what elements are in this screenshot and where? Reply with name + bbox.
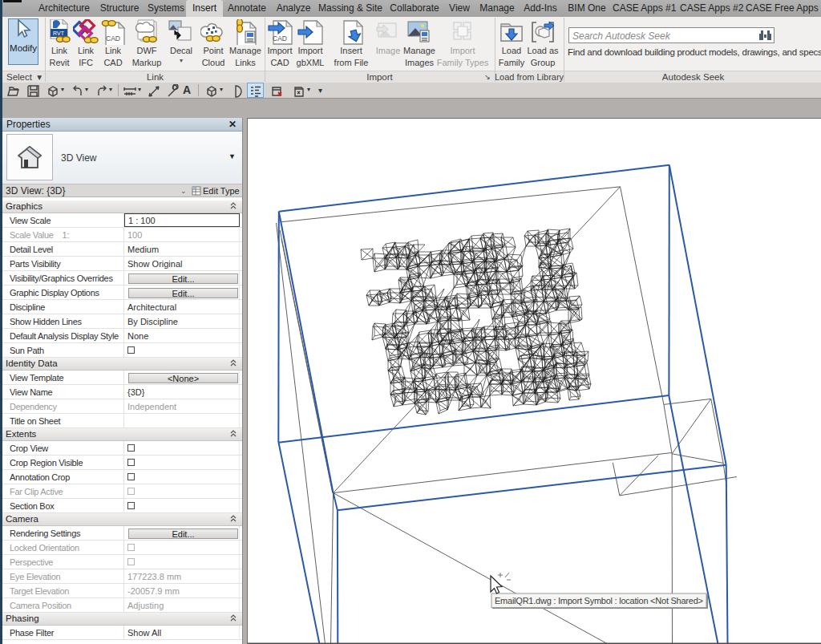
svg-text:CAD: CAD bbox=[273, 34, 287, 43]
svg-text:CAD: CAD bbox=[106, 34, 120, 43]
svg-text:EmailQR1.dwg : Import Symbol :: EmailQR1.dwg : Import Symbol : location … bbox=[495, 596, 703, 606]
svg-text:RVT: RVT bbox=[53, 30, 65, 36]
